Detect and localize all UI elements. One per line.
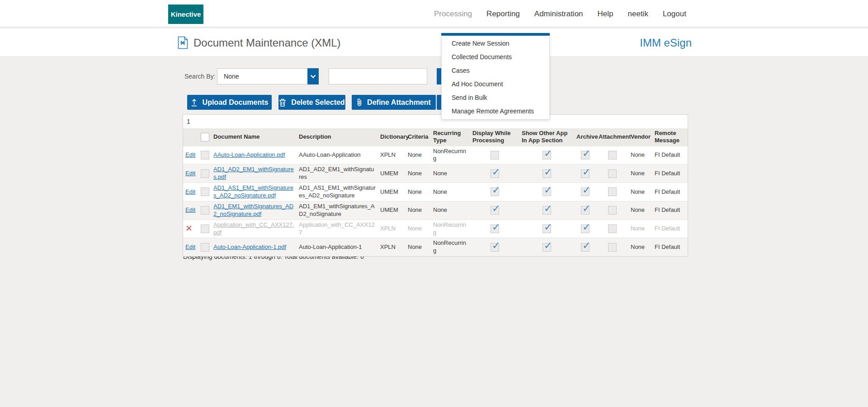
table-row: Edit AD1_EM1_withSignatures_AD2_noSignat… <box>183 201 688 220</box>
vendor-cell: None <box>628 146 652 164</box>
row-select-cell <box>198 220 211 238</box>
column-header-recurring-type: Recurring Type <box>431 128 470 146</box>
attachment-checkbox[interactable] <box>608 151 617 159</box>
nav-item-help[interactable]: Help <box>598 9 613 19</box>
display-while-processing-checkbox[interactable] <box>491 169 499 178</box>
document-name-link[interactable]: AD1_AS1_EM1_withSignatures_AD2_noSignatu… <box>213 184 293 199</box>
column-header-vendor: Vendor <box>628 128 652 146</box>
document-maintenance-icon <box>178 36 188 49</box>
show-other-app-cell <box>519 183 574 201</box>
archive-checkbox[interactable] <box>581 225 590 233</box>
display-while-processing-checkbox[interactable] <box>491 225 499 233</box>
table-row: Application_with_CC_AXX127.pdf Applicati… <box>183 220 688 238</box>
display-while-processing-cell <box>470 220 519 238</box>
nav-links: ProcessingReportingAdministrationHelpnee… <box>434 0 686 28</box>
menu-item-ad-hoc-document[interactable]: Ad Hoc Document <box>442 77 549 91</box>
nav-item-administration[interactable]: Administration <box>534 9 583 19</box>
row-select-cell <box>198 183 211 201</box>
archive-cell <box>574 220 596 238</box>
display-while-processing-checkbox[interactable] <box>491 151 499 159</box>
menu-item-manage-remote-agreements[interactable]: Manage Remote Agreements <box>442 104 549 118</box>
show-other-app-checkbox[interactable] <box>542 187 551 196</box>
document-name-link[interactable]: AD1_AD2_EM1_withSignatures.pdf <box>213 166 294 180</box>
kinective-logo: Kinective <box>168 5 203 24</box>
attachment-checkbox[interactable] <box>608 169 617 178</box>
display-while-processing-checkbox[interactable] <box>491 243 499 252</box>
recurring-type-cell: None <box>431 201 470 220</box>
remote-message-cell: FI Default <box>652 238 688 256</box>
document-name-link[interactable]: AAuto-Loan-Application.pdf <box>213 151 285 158</box>
nav-item-logout[interactable]: Logout <box>663 9 686 19</box>
archive-checkbox[interactable] <box>581 243 590 252</box>
description-cell: Application_with_CC_AXX127 <box>297 220 378 238</box>
upload-documents-button[interactable]: Upload Documents <box>187 95 272 110</box>
attachment-checkbox[interactable] <box>608 206 617 215</box>
table-header-row: Document NameDescriptionDictionaryCriter… <box>183 128 688 146</box>
archive-checkbox[interactable] <box>581 206 590 215</box>
show-other-app-cell <box>519 238 574 256</box>
chevron-down-icon[interactable] <box>307 68 319 84</box>
menu-item-create-new-session[interactable]: Create New Session <box>442 37 549 50</box>
column-header-show-other-app-in-app-section: Show Other App In App Section <box>519 128 574 146</box>
edit-link[interactable]: Edit <box>185 243 195 250</box>
row-checkbox[interactable] <box>201 169 209 178</box>
edit-link[interactable]: Edit <box>185 151 195 158</box>
row-checkbox[interactable] <box>201 187 209 196</box>
attachment-cell <box>596 183 628 201</box>
show-other-app-checkbox[interactable] <box>542 169 551 178</box>
row-checkbox[interactable] <box>201 206 209 215</box>
attachment-checkbox[interactable] <box>608 187 617 196</box>
archive-checkbox[interactable] <box>581 169 590 178</box>
paperclip-icon <box>357 98 362 107</box>
delete-selected-button[interactable]: Delete Selected <box>278 95 345 110</box>
display-while-processing-cell <box>470 238 519 256</box>
search-by-select[interactable]: None <box>217 68 319 84</box>
nav-item-reporting[interactable]: Reporting <box>486 9 520 19</box>
display-while-processing-checkbox[interactable] <box>491 206 499 215</box>
row-action-cell <box>183 220 198 238</box>
search-input[interactable] <box>329 68 427 84</box>
upload-documents-label: Upload Documents <box>203 98 269 107</box>
show-other-app-checkbox[interactable] <box>542 243 551 252</box>
attachment-cell <box>596 146 628 164</box>
attachment-cell <box>596 220 628 238</box>
column-header-attachment: Attachment <box>596 128 628 146</box>
criteria-cell: None <box>406 164 431 183</box>
archive-checkbox[interactable] <box>581 151 590 159</box>
row-checkbox[interactable] <box>201 225 209 233</box>
menu-item-collected-documents[interactable]: Collected Documents <box>442 50 549 64</box>
description-cell: AD1_EM1_withSignatures_AD2_noSignature <box>297 201 378 220</box>
show-other-app-checkbox[interactable] <box>542 206 551 215</box>
attachment-checkbox[interactable] <box>608 243 617 252</box>
edit-link[interactable]: Edit <box>185 206 195 213</box>
nav-item-processing[interactable]: Processing <box>434 9 472 19</box>
edit-link[interactable]: Edit <box>185 188 195 195</box>
recurring-type-cell: NonRecurring <box>431 220 470 238</box>
document-name-link[interactable]: Application_with_CC_AXX127.pdf <box>213 221 294 236</box>
menu-item-send-in-bulk[interactable]: Send in Bulk <box>442 91 549 104</box>
nav-item-neetik[interactable]: neetik <box>628 9 648 19</box>
document-name-cell: Auto-Loan-Application-1.pdf <box>211 238 297 256</box>
processing-menu-list: Create New SessionCollected DocumentsCas… <box>442 37 549 118</box>
row-checkbox[interactable] <box>201 243 209 252</box>
description-cell: Auto-Loan-Application-1 <box>297 238 378 256</box>
select-all-checkbox[interactable] <box>201 133 209 141</box>
define-attachment-button[interactable]: Define Attachment <box>352 95 436 110</box>
pagination-page[interactable]: 1 <box>183 115 688 128</box>
attachment-checkbox[interactable] <box>608 225 617 233</box>
remote-message-cell: FI Default <box>652 220 688 238</box>
show-other-app-checkbox[interactable] <box>542 225 551 233</box>
row-checkbox[interactable] <box>201 151 209 159</box>
menu-item-cases[interactable]: Cases <box>442 64 549 77</box>
attachment-cell <box>596 201 628 220</box>
document-name-link[interactable]: Auto-Loan-Application-1.pdf <box>213 243 286 250</box>
remote-message-cell: FI Default <box>652 164 688 183</box>
criteria-cell: None <box>406 201 431 220</box>
document-name-link[interactable]: AD1_EM1_withSignatures_AD2_noSignature.p… <box>213 203 293 217</box>
page-header: Document Maintenance (XML) IMM eSign <box>0 28 868 57</box>
display-while-processing-checkbox[interactable] <box>491 187 499 196</box>
recurring-type-cell: None <box>431 183 470 201</box>
archive-checkbox[interactable] <box>581 187 590 196</box>
show-other-app-checkbox[interactable] <box>542 151 551 159</box>
edit-link[interactable]: Edit <box>185 170 195 177</box>
